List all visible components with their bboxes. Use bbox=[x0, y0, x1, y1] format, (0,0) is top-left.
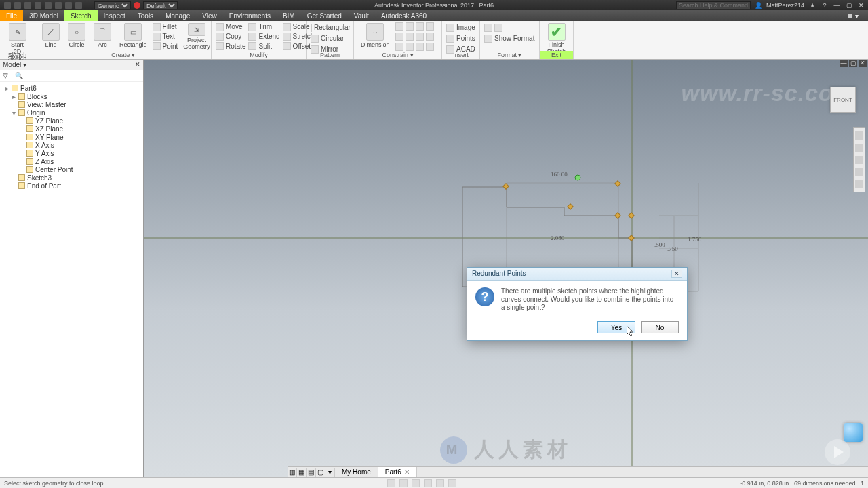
text-button[interactable]: Text bbox=[153, 32, 178, 41]
no-button[interactable]: No bbox=[641, 321, 679, 333]
tab-view[interactable]: View bbox=[196, 10, 223, 21]
dimension-button[interactable]: ↔Dimension bbox=[358, 22, 393, 51]
qat-new-icon[interactable] bbox=[14, 2, 21, 9]
maximize-button[interactable]: ▢ bbox=[845, 2, 853, 9]
constraint-icon[interactable] bbox=[426, 22, 434, 30]
close-button[interactable]: ✕ bbox=[857, 2, 865, 9]
appearance-dropdown[interactable]: Default bbox=[143, 1, 178, 9]
constraint-icon[interactable] bbox=[426, 43, 434, 51]
model-browser[interactable]: Model ▾✕ ▽🔍 ▸Part6 ▸Blocks View: Master … bbox=[0, 60, 144, 477]
status-tool-icon[interactable] bbox=[436, 479, 444, 487]
tabtool-icon[interactable]: ▤ bbox=[307, 468, 316, 477]
filter-icon[interactable]: ▽ bbox=[3, 72, 11, 80]
user-label[interactable]: MattPerez214 bbox=[766, 2, 804, 9]
constraint-icon[interactable] bbox=[406, 33, 414, 41]
tab-my-home[interactable]: My Home bbox=[335, 467, 378, 478]
status-tool-icon[interactable] bbox=[448, 479, 456, 487]
marking-menu-indicator[interactable]: ▾ bbox=[848, 12, 868, 20]
model-tree[interactable]: ▸Part6 ▸Blocks View: Master ▾Origin YZ P… bbox=[0, 82, 143, 192]
status-tool-icon[interactable] bbox=[412, 479, 420, 487]
move-button[interactable]: Move bbox=[216, 22, 245, 31]
tabtool-icon[interactable]: ▥ bbox=[288, 468, 297, 477]
search-input[interactable] bbox=[676, 1, 751, 9]
panel-label-constrain[interactable]: Constrain ▾ bbox=[354, 51, 441, 59]
constraint-icon[interactable] bbox=[416, 43, 424, 51]
file-tab[interactable]: File bbox=[0, 10, 23, 21]
signin-icon[interactable]: 👤 bbox=[755, 2, 762, 9]
arc-button[interactable]: ⌒Arc bbox=[91, 22, 114, 51]
tab-a360[interactable]: Autodesk A360 bbox=[375, 10, 433, 21]
status-tool-icon[interactable] bbox=[424, 479, 432, 487]
show-format-button[interactable]: Show Format bbox=[484, 33, 535, 43]
tree-item[interactable]: View: Master bbox=[27, 101, 66, 108]
favorite-icon[interactable]: ★ bbox=[808, 2, 816, 9]
tab-tools[interactable]: Tools bbox=[132, 10, 159, 21]
tree-item[interactable]: Y Axis bbox=[35, 150, 54, 157]
help-icon[interactable]: ? bbox=[821, 2, 829, 9]
panel-label-format[interactable]: Format ▾ bbox=[480, 51, 539, 59]
minimize-button[interactable]: — bbox=[833, 2, 841, 9]
browser-close-icon[interactable]: ✕ bbox=[135, 61, 140, 68]
qat-home-icon[interactable] bbox=[65, 2, 72, 9]
status-tools[interactable] bbox=[387, 479, 456, 487]
format-icon[interactable] bbox=[484, 24, 492, 32]
tab-part6[interactable]: Part6✕ bbox=[378, 467, 417, 478]
qat-undo-icon[interactable] bbox=[45, 2, 52, 9]
project-geometry-button[interactable]: ⇲ProjectGeometry bbox=[180, 22, 213, 51]
constraint-icon[interactable] bbox=[416, 33, 424, 41]
qat-select-icon[interactable] bbox=[75, 2, 82, 9]
circular-pattern-button[interactable]: Circular bbox=[311, 33, 349, 43]
status-tool-icon[interactable] bbox=[387, 479, 395, 487]
tab-manage[interactable]: Manage bbox=[159, 10, 196, 21]
constraint-icon[interactable] bbox=[395, 33, 403, 41]
tab-bim[interactable]: BIM bbox=[277, 10, 301, 21]
tree-item[interactable]: Sketch3 bbox=[27, 174, 52, 182]
tree-item[interactable]: Center Point bbox=[35, 166, 73, 174]
constraint-icon[interactable] bbox=[426, 33, 434, 41]
tab-sketch[interactable]: Sketch bbox=[64, 10, 98, 21]
circle-button[interactable]: ○Circle bbox=[65, 22, 88, 51]
constraint-icon[interactable] bbox=[406, 43, 414, 51]
yes-button[interactable]: Yes bbox=[597, 321, 635, 333]
tree-item[interactable]: Origin bbox=[27, 109, 45, 117]
constraint-icon[interactable] bbox=[406, 22, 414, 30]
tree-item[interactable]: End of Part bbox=[27, 182, 61, 190]
constraint-icon[interactable] bbox=[416, 22, 424, 30]
fillet-button[interactable]: Fillet bbox=[153, 22, 178, 31]
tab-vault[interactable]: Vault bbox=[348, 10, 375, 21]
tab-environments[interactable]: Environments bbox=[223, 10, 277, 21]
qat-save-icon[interactable] bbox=[35, 2, 41, 9]
tree-item[interactable]: Blocks bbox=[27, 93, 47, 100]
tabtool-icon[interactable]: ▦ bbox=[297, 468, 307, 477]
quick-access-toolbar[interactable] bbox=[0, 2, 82, 9]
find-icon[interactable]: 🔍 bbox=[15, 72, 23, 80]
rectangle-button[interactable]: ▭Rectangle bbox=[117, 22, 150, 51]
extend-button[interactable]: Extend bbox=[248, 32, 279, 41]
constraint-icon[interactable] bbox=[395, 43, 403, 51]
tab-get-started[interactable]: Get Started bbox=[301, 10, 348, 21]
copy-button[interactable]: Copy bbox=[216, 32, 245, 41]
graphics-canvas[interactable]: —▢✕ www.rr-sc.com FRONT bbox=[144, 60, 868, 477]
tab-3d-model[interactable]: 3D Model bbox=[23, 10, 64, 21]
split-button[interactable]: Split bbox=[248, 42, 279, 51]
status-tool-icon[interactable] bbox=[399, 479, 408, 487]
dialog-close-button[interactable]: ✕ bbox=[671, 270, 682, 278]
tree-root[interactable]: Part6 bbox=[20, 85, 37, 92]
image-button[interactable]: Image bbox=[446, 22, 475, 33]
a360-globe-icon[interactable] bbox=[844, 423, 863, 442]
qat-app-icon[interactable] bbox=[4, 2, 11, 9]
panel-label-create[interactable]: Create ▾ bbox=[35, 51, 211, 59]
tree-item[interactable]: X Axis bbox=[35, 142, 54, 149]
qat-redo-icon[interactable] bbox=[55, 2, 62, 9]
format-icon[interactable] bbox=[494, 24, 502, 32]
points-button[interactable]: Points bbox=[446, 33, 475, 43]
tree-item[interactable]: XZ Plane bbox=[35, 125, 63, 133]
tabtool-icon[interactable]: ▢ bbox=[316, 468, 326, 477]
line-button[interactable]: ／Line bbox=[39, 22, 62, 51]
tab-close-icon[interactable]: ✕ bbox=[404, 468, 410, 476]
tree-item[interactable]: Z Axis bbox=[35, 158, 54, 165]
tree-item[interactable]: YZ Plane bbox=[35, 117, 63, 125]
material-dropdown[interactable]: Generic bbox=[94, 1, 131, 9]
tabtool-icon[interactable]: ▾ bbox=[326, 468, 335, 477]
browser-title[interactable]: Model ▾ bbox=[3, 61, 26, 68]
